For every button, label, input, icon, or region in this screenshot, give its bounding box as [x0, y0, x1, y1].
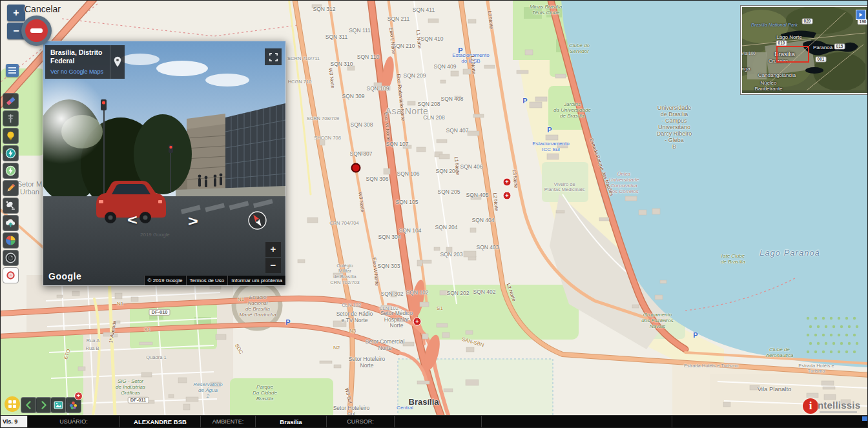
- map-label: SQN 409: [434, 64, 457, 70]
- map-label: N1: [238, 297, 244, 303]
- google-maps-link[interactable]: Ver no Google Maps: [50, 68, 105, 75]
- tool-palette: [3, 93, 19, 283]
- fullscreen-icon[interactable]: [265, 48, 282, 65]
- street-view-zoom-in-button[interactable]: +: [265, 242, 281, 257]
- map-label: Quadra 1: [146, 355, 166, 360]
- status-value: ALEXANDRE BSB: [120, 416, 201, 427]
- medical-cross-icon: +: [413, 318, 422, 326]
- map-label: L3 Norte: [486, 10, 493, 30]
- map-label: L1 Norte: [453, 156, 460, 176]
- minimap-viewport-box[interactable]: [776, 46, 809, 63]
- compass-icon[interactable]: [247, 210, 267, 230]
- minimap-label: Via 100: [741, 51, 756, 56]
- map-label: SQN 209: [404, 73, 426, 79]
- chart-tool[interactable]: [3, 232, 19, 249]
- map-label: Jardins da Universidade de Brasília: [553, 102, 591, 119]
- map-label: Brasília: [409, 398, 439, 407]
- antenna-tool[interactable]: [3, 198, 19, 214]
- layers-button[interactable]: [6, 64, 19, 77]
- map-label: SQN 411: [413, 7, 435, 14]
- gis-application-window: SQN 312SQN 211SQN 411SQN 111SQN 311SQN 4…: [0, 0, 868, 428]
- map-label: SIG - Setor de Indústrias Gráficas: [116, 379, 145, 396]
- map-label: SAN-SBN: [461, 337, 485, 349]
- overview-minimap[interactable]: Brasília National ParkLago NorteBrasília…: [741, 6, 868, 94]
- draw-tool[interactable]: [3, 180, 19, 196]
- street-view-header: Brasília, Distrito Federal Ver no Google…: [45, 45, 125, 79]
- street-view-nav-next[interactable]: >: [188, 214, 198, 230]
- map-marker-point[interactable]: [351, 163, 361, 173]
- map-label: Lago Paranoá: [760, 249, 820, 258]
- lens-tool[interactable]: [3, 250, 19, 266]
- status-empty-cell: [672, 416, 868, 427]
- map-label: SQN 403: [477, 245, 499, 251]
- map-label: Eixo L Norte: [388, 27, 397, 54]
- medical-cross-icon: +: [503, 178, 512, 187]
- image-icon: [52, 399, 65, 411]
- measure-tool[interactable]: [3, 110, 19, 127]
- cluster-icon: [67, 399, 79, 411]
- map-label: SQN 406: [460, 164, 483, 170]
- map-label: N3: [349, 329, 356, 334]
- zoom-in-button[interactable]: +: [7, 5, 25, 21]
- parking-icon: P: [458, 46, 462, 54]
- map-label: SQN 102: [406, 290, 429, 296]
- eraser-tool[interactable]: [3, 93, 19, 109]
- map-label: SQN 312: [313, 6, 336, 13]
- minimap-toggle-button[interactable]: [856, 10, 866, 20]
- street-view-attribution: © 2019 Google Termos de Uso Informar um …: [144, 276, 285, 285]
- map-label: SQN 407: [446, 128, 469, 134]
- minimap-road-shield: 015: [834, 43, 845, 49]
- cancel-button[interactable]: Cancelar: [25, 4, 61, 14]
- map-label: Setor Hoteleiro Norte: [349, 356, 386, 369]
- street-view-panel[interactable]: Brasília, Distrito Federal Ver no Google…: [43, 41, 286, 286]
- next-icon: [37, 399, 50, 411]
- record-tool[interactable]: [3, 267, 19, 283]
- map-label: SQN 408: [441, 96, 464, 103]
- parking-icon: P: [522, 97, 527, 105]
- notification-badge: +: [74, 392, 83, 400]
- screenshot-button[interactable]: [50, 397, 67, 413]
- google-logo[interactable]: Google: [48, 271, 81, 281]
- map-label: SHCGN 708: [314, 136, 341, 141]
- map-label: Viveiro de Plantas Medicinais: [544, 182, 585, 193]
- next-button[interactable]: [36, 397, 52, 413]
- map-label: SQN 106: [397, 171, 420, 178]
- satellite-icon: [5, 199, 17, 212]
- report-problem-link[interactable]: Informar um problema: [227, 276, 285, 285]
- street-view-nav-prev[interactable]: <: [127, 212, 138, 229]
- map-label: SQN 208: [418, 101, 440, 108]
- status-value: Brasília: [256, 416, 327, 427]
- status-vis: Vis. 9: [1, 416, 28, 427]
- prev-button[interactable]: [21, 397, 37, 413]
- street-view-title: Brasília, Distrito Federal: [50, 48, 105, 65]
- minimap-label: Paranoá: [813, 45, 832, 51]
- measure-icon: [5, 112, 17, 125]
- energy-tool[interactable]: [3, 145, 19, 161]
- map-label: 1ª Avenida: [108, 320, 118, 344]
- map-label: Setor M Urban: [17, 180, 43, 196]
- stop-button[interactable]: [21, 15, 52, 46]
- map-label: Rua B: [86, 346, 99, 351]
- map-label: Iate Clube de Brasília: [721, 254, 745, 265]
- upload-tool[interactable]: [3, 215, 19, 231]
- map-label: SQN 203: [440, 252, 463, 258]
- map-label: CRN 702/703: [330, 280, 359, 285]
- apps-menu-button[interactable]: [4, 396, 21, 413]
- map-label: ETO: [63, 349, 72, 360]
- map-label: Parque Da Cidade Brasília: [253, 385, 277, 402]
- lamp-tool[interactable]: [3, 128, 19, 144]
- map-label: Única Universidade Corporativa dos Corre…: [609, 172, 639, 195]
- terms-of-use-link[interactable]: Termos de Uso: [186, 276, 228, 285]
- map-label: SDC: [233, 343, 243, 355]
- map-label: Minas Brasília Tênis Clube: [530, 5, 562, 16]
- eraser-icon: [5, 95, 17, 107]
- street-view-zoom-out-button[interactable]: −: [265, 258, 281, 273]
- energy-alt-tool[interactable]: [3, 163, 19, 179]
- status-label: AMBIENTE:: [201, 416, 256, 427]
- map-label: DF-011: [128, 397, 149, 403]
- map-label: Estrada Hotéis e Turismo: [790, 363, 843, 374]
- boltTeal-icon: [5, 147, 17, 159]
- minimap-label: Lago Norte: [776, 35, 802, 41]
- medical-cross-icon: +: [503, 192, 512, 200]
- map-pin-icon[interactable]: [110, 45, 125, 79]
